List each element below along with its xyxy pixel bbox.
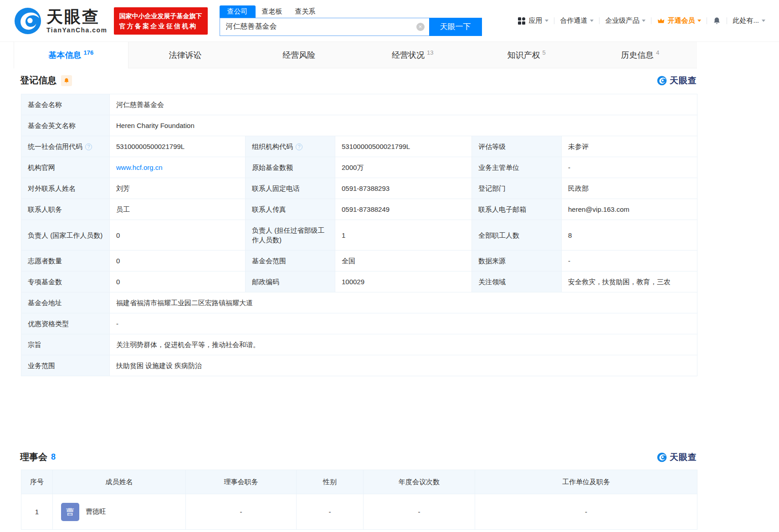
field-value: - [562, 251, 697, 271]
field-value: 53100000500021799L [110, 136, 246, 157]
brand-logo[interactable]: 天眼查 TianYanCha.com [14, 7, 108, 35]
chevron-down-icon [545, 20, 548, 22]
field-value: 福建省福清市福耀工业园二区宏路镇福耀大道 [110, 292, 697, 313]
board-count: 8 [51, 452, 56, 462]
tab-history-info[interactable]: 历史信息 4 [583, 42, 697, 68]
section-title-registration: 登记信息 [20, 74, 56, 87]
help-icon[interactable]: ? [296, 143, 302, 150]
field-label: 基金会名称 [21, 94, 110, 115]
brand-watermark: 天眼查 [657, 75, 697, 87]
search-button[interactable]: 天眼一下 [429, 18, 482, 36]
detail-tabbar: 基本信息 176 法律诉讼 经营风险 经营状况 13 知识产权 5 历史信息 4 [14, 42, 697, 68]
clear-search-icon[interactable]: × [416, 23, 425, 31]
field-label: 联系人固定电话 [246, 178, 335, 199]
logo-text: 天眼查 TianYanCha.com [46, 8, 108, 34]
chevron-down-icon [697, 20, 701, 22]
nav-notifications[interactable] [712, 16, 721, 25]
nav-user-menu[interactable]: 此处有... [733, 16, 765, 25]
member-meetings: - [364, 494, 475, 530]
field-value: 100029 [335, 271, 472, 292]
field-label: 对外联系人姓名 [21, 178, 110, 199]
field-label: 宗旨 [21, 334, 110, 355]
field-label: 关注领域 [472, 271, 562, 292]
table-row: 宗旨 关注弱势群体，促进机会平等，推动社会和谐。 [21, 334, 697, 355]
registration-table: 基金会名称 河仁慈善基金会 基金会英文名称 Heren Charity Foun… [21, 94, 697, 376]
bell-icon [712, 16, 721, 25]
table-row: 联系人职务 员工 联系人传真 0591-87388249 联系人电子邮箱 her… [21, 199, 697, 220]
table-row: 基金会英文名称 Heren Charity Foundation [21, 115, 697, 136]
divider [651, 17, 651, 24]
bell-icon [63, 77, 70, 84]
chevron-down-icon [762, 20, 765, 22]
table-row: 机构官网 www.hcf.org.cn 原始基金数额 2000万 业务主管单位 … [21, 157, 697, 178]
field-label: 邮政编码 [246, 271, 335, 292]
search-box: × [220, 18, 429, 36]
tab-count: 176 [83, 49, 93, 56]
board-table: 序号 成员姓名 理事会职务 性别 年度会议次数 工作单位及职务 1 曹 曹德旺 … [21, 470, 697, 530]
help-icon[interactable]: ? [85, 143, 92, 150]
field-label: 组织机构代码? [246, 136, 335, 157]
field-value: 刘芳 [110, 178, 246, 199]
field-label: 数据来源 [472, 251, 562, 271]
column-header: 序号 [21, 470, 53, 494]
badge-line1: 国家中小企业发展子基金旗下 [119, 11, 202, 21]
divider [599, 17, 600, 24]
logo-subtitle: TianYanCha.com [46, 26, 108, 34]
tab-intellectual-property[interactable]: 知识产权 5 [470, 42, 584, 68]
nav-enterprise-products[interactable]: 企业级产品 [605, 16, 646, 25]
nav-vip[interactable]: 开通会员 [657, 16, 701, 25]
field-label: 优惠资格类型 [21, 313, 110, 334]
column-header: 成员姓名 [53, 470, 186, 494]
tab-basic-info[interactable]: 基本信息 176 [14, 42, 128, 68]
field-label: 业务范围 [21, 355, 110, 376]
divider [554, 17, 554, 24]
table-row: 对外联系人姓名 刘芳 联系人固定电话 0591-87388293 登记部门 民政… [21, 178, 697, 199]
field-label: 负责人 (担任过省部级工作人员数) [246, 220, 335, 251]
field-value: 0 [110, 251, 246, 271]
field-value: 1 [335, 220, 472, 251]
table-row: 志愿者数量 0 基金会范围 全国 数据来源 - [21, 251, 697, 271]
field-value: 全国 [335, 251, 472, 271]
search-tab-relation[interactable]: 查关系 [289, 5, 322, 18]
field-value: 扶助贫困 设施建设 疾病防治 [110, 355, 697, 376]
table-row: 业务范围 扶助贫困 设施建设 疾病防治 [21, 355, 697, 376]
field-label: 基金会英文名称 [21, 115, 110, 136]
nav-apps[interactable]: 应用 [518, 16, 548, 25]
column-header: 性别 [297, 470, 364, 494]
member-name: 曹德旺 [86, 507, 106, 516]
top-nav: 应用 合作通道 企业级产品 开通会员 此处有... [518, 16, 765, 25]
nav-cooperation[interactable]: 合作通道 [560, 16, 594, 25]
subscribe-bell-icon[interactable] [61, 75, 72, 86]
field-label: 统一社会信用代码? [21, 136, 110, 157]
field-label: 业务主管单位 [472, 157, 562, 178]
field-value: 员工 [110, 199, 246, 220]
field-label: 联系人职务 [21, 199, 110, 220]
tianyancha-logo-icon [657, 452, 667, 462]
table-row: 负责人 (国家工作人员数) 0 负责人 (担任过省部级工作人员数) 1 全部职工… [21, 220, 697, 251]
field-label: 基金会范围 [246, 251, 335, 271]
tab-legal-proceedings[interactable]: 法律诉讼 [128, 42, 242, 68]
website-link[interactable]: www.hcf.org.cn [116, 164, 163, 171]
registration-section: 登记信息 天眼查 基金会名称 [14, 68, 697, 376]
divider [727, 17, 727, 24]
field-value: 安全救灾，扶贫助困，教育，三农 [562, 271, 697, 292]
field-value: 53100000500021799L [335, 136, 472, 157]
board-section: 理事会 8 天眼查 序号 成员姓名 理事会职务 性别 [14, 451, 697, 530]
search-input[interactable] [226, 23, 416, 31]
search-tab-boss[interactable]: 查老板 [256, 5, 289, 18]
field-value: 2000万 [335, 157, 472, 178]
search-block: 查公司 查老板 查关系 × 天眼一下 [220, 6, 482, 36]
member: 曹 曹德旺 [61, 503, 185, 521]
table-row: 1 曹 曹德旺 - - - - [21, 494, 697, 530]
tab-operation-risk[interactable]: 经营风险 [242, 42, 356, 68]
field-value: 8 [562, 220, 697, 251]
avatar: 曹 [61, 503, 79, 521]
tab-operation-status[interactable]: 经营状况 13 [356, 42, 470, 68]
chevron-down-icon [642, 20, 646, 22]
chevron-down-icon [590, 20, 594, 22]
search-tab-company[interactable]: 查公司 [220, 5, 256, 18]
divider [707, 17, 707, 24]
tianyancha-logo-icon [657, 76, 667, 86]
field-label: 机构官网 [21, 157, 110, 178]
field-label: 全部职工人数 [472, 220, 562, 251]
